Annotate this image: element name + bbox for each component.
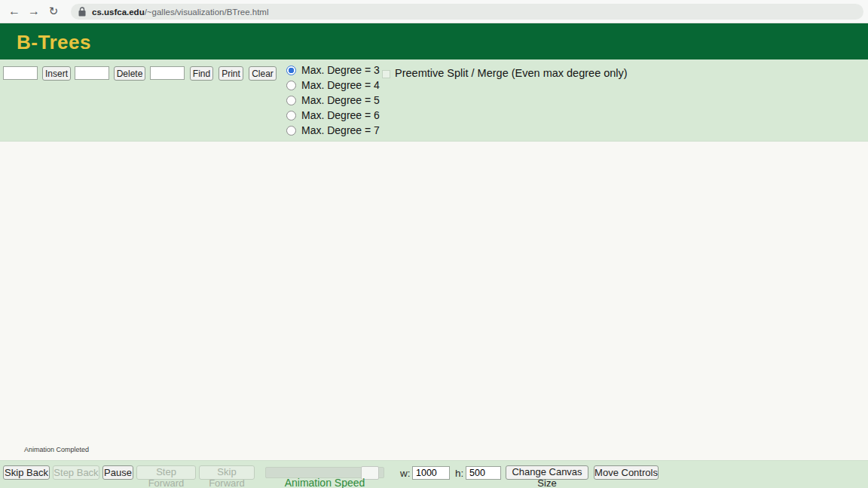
preemptive-split-merge-checkbox[interactable]: Preemtive Split / Merge (Even max degree…: [382, 67, 628, 79]
delete-value-input[interactable]: [75, 66, 109, 80]
step-forward-button[interactable]: Step Forward: [136, 465, 196, 480]
skip-back-button[interactable]: Skip Back: [3, 465, 50, 480]
insert-value-input[interactable]: [3, 66, 38, 80]
address-bar[interactable]: cs.usfca.edu/~galles/visualization/BTree…: [71, 4, 863, 20]
canvas-width-label: w:: [400, 468, 411, 479]
page-header: B-Trees: [0, 23, 868, 59]
preemptive-split-merge-checkbox-input[interactable]: [382, 70, 390, 78]
reload-icon[interactable]: ↻: [45, 3, 62, 20]
browser-toolbar: ← → ↻ cs.usfca.edu/~galles/visualization…: [0, 0, 868, 23]
move-controls-button[interactable]: Move Controls: [594, 465, 659, 480]
radio-max-degree-4-label: Max. Degree = 4: [301, 79, 380, 91]
step-back-button[interactable]: Step Back: [53, 465, 99, 480]
radio-max-degree-4[interactable]: Max. Degree = 4: [286, 78, 380, 93]
find-button[interactable]: Find: [190, 66, 213, 81]
visualization-canvas: [0, 142, 868, 460]
radio-max-degree-5-label: Max. Degree = 5: [301, 94, 380, 106]
animation-speed-label: Animation Speed: [265, 477, 384, 488]
url-host: cs.usfca.edu: [92, 8, 145, 17]
print-button[interactable]: Print: [219, 66, 243, 81]
canvas-height-input[interactable]: [466, 466, 501, 480]
radio-max-degree-4-input[interactable]: [286, 81, 296, 90]
radio-max-degree-3-input[interactable]: [286, 66, 296, 75]
skip-forward-button[interactable]: Skip Forward: [199, 465, 255, 480]
change-canvas-size-button[interactable]: Change Canvas Size: [506, 465, 588, 480]
find-value-input[interactable]: [150, 66, 185, 80]
page-title: B-Trees: [17, 31, 91, 54]
radio-max-degree-7-input[interactable]: [286, 126, 296, 136]
radio-max-degree-7[interactable]: Max. Degree = 7: [286, 123, 380, 138]
delete-button[interactable]: Delete: [114, 66, 145, 81]
algorithm-control-panel: Insert Delete Find Print Clear Max. Degr…: [0, 59, 868, 142]
url-path: /~galles/visualization/BTree.html: [145, 8, 269, 17]
pause-button[interactable]: Pause: [102, 465, 133, 480]
canvas-height-label: h:: [455, 468, 463, 479]
url-text: cs.usfca.edu/~galles/visualization/BTree…: [92, 8, 268, 17]
max-degree-radio-group: Max. Degree = 3 Max. Degree = 4 Max. Deg…: [286, 63, 380, 138]
radio-max-degree-5-input[interactable]: [286, 96, 296, 105]
radio-max-degree-7-label: Max. Degree = 7: [301, 124, 380, 136]
lock-icon: [78, 7, 86, 17]
forward-icon[interactable]: →: [26, 3, 42, 20]
clear-button[interactable]: Clear: [249, 66, 277, 81]
canvas-width-input[interactable]: [412, 466, 450, 480]
animation-status-text: Animation Completed: [24, 446, 89, 453]
insert-button[interactable]: Insert: [42, 66, 71, 81]
radio-max-degree-3[interactable]: Max. Degree = 3: [286, 63, 380, 78]
radio-max-degree-6-input[interactable]: [286, 111, 296, 120]
radio-max-degree-3-label: Max. Degree = 3: [301, 64, 380, 76]
back-icon[interactable]: ←: [6, 3, 23, 20]
radio-max-degree-6-label: Max. Degree = 6: [301, 109, 380, 121]
playback-control-bar: Skip Back Step Back Pause Step Forward S…: [0, 460, 868, 488]
preemptive-split-merge-label: Preemtive Split / Merge (Even max degree…: [395, 67, 628, 79]
radio-max-degree-6[interactable]: Max. Degree = 6: [286, 108, 380, 123]
radio-max-degree-5[interactable]: Max. Degree = 5: [286, 93, 380, 108]
